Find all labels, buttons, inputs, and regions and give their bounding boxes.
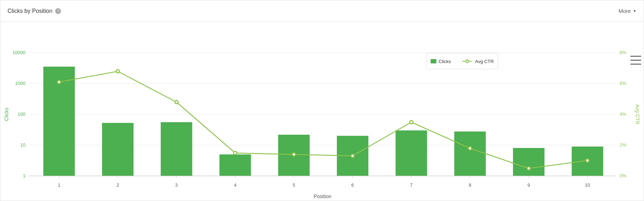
chart-header: Clicks by Position ? More ▼ [0, 0, 644, 22]
svg-text:2%: 2% [620, 142, 626, 148]
svg-text:5: 5 [292, 182, 295, 188]
ctr-dot-inner-2 [117, 70, 119, 72]
svg-text:Clicks: Clicks [4, 107, 9, 121]
svg-text:1: 1 [23, 173, 25, 178]
svg-text:1000: 1000 [15, 81, 25, 86]
svg-text:Position: Position [314, 193, 331, 199]
svg-text:0%: 0% [620, 173, 626, 178]
avg-ctr-line [59, 71, 587, 168]
bar-7 [396, 130, 427, 176]
svg-text:4: 4 [234, 182, 237, 188]
svg-text:2: 2 [116, 182, 119, 188]
legend-clicks-label: Clicks [439, 59, 451, 64]
chart-title: Clicks by Position ? [8, 8, 61, 14]
bar-2 [102, 123, 134, 176]
ctr-dot-inner-8 [469, 147, 471, 149]
ctr-dot-inner-4 [234, 152, 236, 154]
more-button[interactable]: More ▼ [619, 8, 636, 14]
chart-body: 1 10 100 1000 10000 Clicks 0% 2% 4% 6% 8… [0, 22, 644, 201]
legend-clicks-icon [431, 59, 437, 63]
svg-text:100: 100 [18, 111, 25, 117]
legend-ctr-label: Avg CTR [475, 59, 494, 64]
ctr-dot-inner-10 [586, 159, 588, 162]
svg-text:3: 3 [175, 182, 178, 188]
ctr-dot-inner-9 [528, 167, 530, 169]
ctr-dot-inner-1 [58, 81, 60, 83]
help-icon[interactable]: ? [55, 8, 61, 14]
legend-ctr-dot-inner [466, 61, 468, 62]
svg-text:6: 6 [351, 182, 354, 188]
svg-text:1: 1 [58, 182, 60, 188]
svg-text:8: 8 [469, 182, 471, 188]
svg-text:8%: 8% [620, 50, 626, 55]
svg-text:7: 7 [410, 182, 412, 188]
bar-8 [454, 131, 486, 176]
ctr-dot-inner-5 [293, 153, 295, 155]
svg-text:6%: 6% [620, 81, 626, 86]
bar-9 [513, 148, 544, 176]
svg-text:10000: 10000 [13, 50, 25, 55]
ctr-dot-inner-7 [410, 121, 412, 123]
more-label: More [619, 8, 631, 14]
svg-text:Avg CTR: Avg CTR [635, 104, 640, 125]
chart-container: Clicks by Position ? More ▼ 1 10 100 100… [0, 0, 644, 201]
bar-4 [219, 154, 251, 176]
svg-text:10: 10 [585, 182, 590, 188]
svg-text:4%: 4% [620, 111, 626, 117]
bar-3 [161, 122, 192, 176]
chart-svg: 1 10 100 1000 10000 Clicks 0% 2% 4% 6% 8… [0, 22, 644, 201]
chevron-down-icon: ▼ [633, 9, 636, 13]
title-text: Clicks by Position [8, 8, 52, 14]
svg-text:9: 9 [528, 182, 530, 188]
ctr-dot-inner-3 [175, 101, 177, 103]
svg-text:10: 10 [20, 142, 25, 148]
ctr-dot-inner-6 [352, 155, 354, 157]
